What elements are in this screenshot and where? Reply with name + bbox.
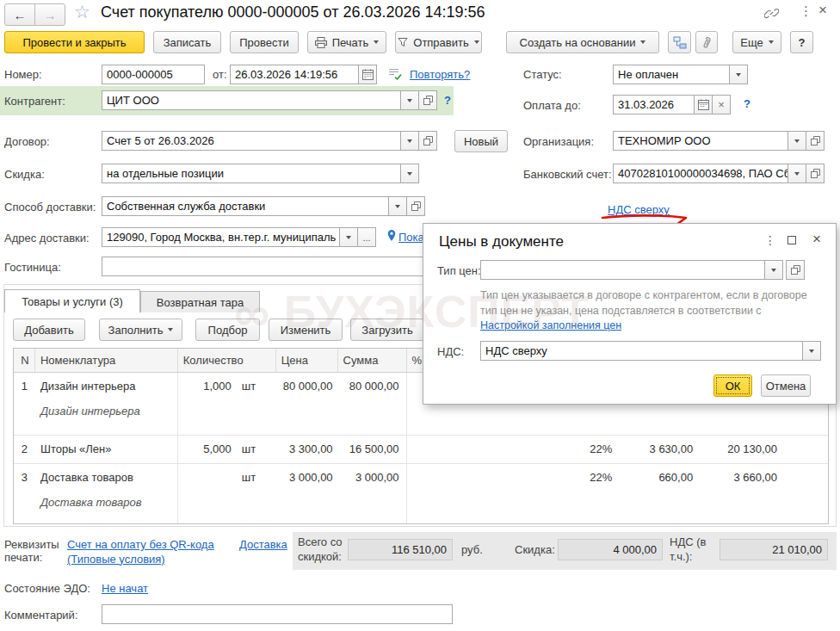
recurrence-icon[interactable] (387, 66, 403, 80)
date-input[interactable]: 26.03.2026 14:19:56 (230, 65, 359, 84)
page-title: Счет покупателю 0000-000005 от 26.03.202… (101, 3, 485, 22)
print-menu-button[interactable]: Печать (307, 31, 386, 53)
date-prefix-label: от: (213, 68, 227, 81)
col-header-price[interactable]: Цена (276, 349, 338, 372)
table-row[interactable]: 3 Доставка товаров Доставка товаров шт 3… (14, 463, 828, 523)
create-based-on-button[interactable]: Создать на основании (506, 31, 659, 53)
bank-account-select[interactable]: 40702810100000034698, ПАО Сб (613, 164, 788, 183)
delivery-address-input[interactable]: 129090, Город Москва, вн.тер.г. муниципа… (102, 227, 340, 247)
hint-line-1: Тип цен указывается в договоре с контраг… (480, 288, 807, 304)
item-vat-pct: 22% (407, 436, 616, 463)
tab-returnable-packaging[interactable]: Возвратная тара (140, 291, 260, 312)
dropdown-caret-icon (640, 40, 645, 44)
load-button[interactable]: Загрузить (350, 319, 424, 341)
delivery-address-dropdown-button[interactable] (339, 227, 358, 247)
item-vat-sum: 3 630,00 (615, 436, 701, 463)
item-vat-pct: 22% (407, 464, 616, 523)
delivery-address-ellipsis-button[interactable]: ... (357, 227, 376, 247)
date-calendar-button[interactable] (358, 65, 377, 84)
table-row[interactable]: 2 Шторы «Лен» 5,000 шт 3 300,00 16 500,0… (14, 435, 828, 463)
window-close-icon[interactable]: × (818, 2, 827, 19)
invoice-window: ← → ☆ Счет покупателю 0000-000005 от 26.… (0, 0, 840, 631)
contractor-open-button[interactable] (418, 90, 437, 110)
item-name: Шторы «Лен» (40, 442, 177, 455)
bank-account-open-button[interactable] (806, 164, 825, 183)
dialog-ok-button[interactable]: ОК (713, 374, 752, 397)
organization-select[interactable]: ТЕХНОМИР ООО (613, 131, 788, 151)
item-unit: шт (242, 380, 256, 435)
number-input[interactable]: 0000-000005 (102, 65, 205, 84)
dialog-maximize-icon[interactable] (788, 236, 796, 244)
attachments-button[interactable] (695, 31, 718, 53)
document-structure-button[interactable] (668, 31, 691, 53)
new-contract-button[interactable]: Новый (454, 130, 508, 152)
edo-state-link[interactable]: Не начат (102, 582, 148, 595)
discount-select[interactable]: на отдельные позиции (102, 164, 401, 183)
more-actions-button[interactable]: Еще (732, 31, 781, 53)
col-header-sum[interactable]: Сумма (338, 349, 407, 372)
col-header-n[interactable]: N (14, 349, 35, 372)
price-type-select[interactable] (480, 260, 765, 280)
discount-total-label: Скидка: (515, 543, 555, 556)
price-type-open-button[interactable] (786, 260, 805, 280)
hotel-input[interactable] (102, 257, 456, 276)
delivery-method-dropdown-button[interactable] (388, 196, 407, 216)
bank-account-dropdown-button[interactable] (788, 164, 806, 183)
contractor-select[interactable]: ЦИТ ООО (102, 90, 401, 110)
col-header-quantity[interactable]: Количество (178, 349, 276, 372)
dialog-cancel-button[interactable]: Отмена (761, 374, 811, 397)
repeat-link[interactable]: Повторять? (410, 68, 470, 81)
pick-button[interactable]: Подбор (195, 319, 260, 341)
total-with-discount-label: Всего со скидкой: (298, 535, 351, 565)
tab-goods-services[interactable]: Товары и услуги (3) (4, 289, 140, 312)
add-row-button[interactable]: Добавить (13, 319, 85, 341)
dialog-close-icon[interactable]: × (812, 231, 821, 248)
delivery-method-select[interactable]: Собственная служба доставки (102, 196, 389, 216)
send-menu-button[interactable]: Отправить (395, 31, 482, 53)
help-button[interactable]: ? (790, 31, 813, 53)
organization-open-button[interactable] (806, 131, 825, 151)
contract-select[interactable]: Счет 5 от 26.03.2026 (102, 131, 401, 151)
pay-until-clear-button[interactable]: × (712, 95, 731, 114)
item-price: 3 300,00 (276, 436, 338, 463)
post-button[interactable]: Провести (230, 31, 299, 53)
back-button[interactable]: ← (4, 3, 35, 26)
total-with-discount-value: 116 510,00 (348, 539, 453, 560)
status-select[interactable]: Не оплачен (613, 65, 730, 84)
comment-input[interactable] (102, 604, 453, 624)
col-header-nomenclature[interactable]: Номенклатура (35, 349, 178, 372)
delivery-link[interactable]: Доставка (239, 538, 287, 551)
contract-open-button[interactable] (418, 131, 437, 151)
pay-until-help-link[interactable]: ? (744, 97, 750, 110)
write-button[interactable]: Записать (153, 31, 221, 53)
discount-dropdown-button[interactable] (400, 164, 419, 183)
contractor-dropdown-button[interactable] (400, 90, 419, 110)
contract-dropdown-button[interactable] (400, 131, 419, 151)
window-menu-icon[interactable]: ⋮ (800, 3, 812, 19)
hint-line-2: тип цен не указан, цена подставляется в … (480, 304, 807, 319)
pay-until-input[interactable]: 31.03.2026 (613, 95, 695, 114)
vat-total-value: 21 010,00 (720, 539, 828, 560)
dialog-vat-select[interactable]: НДС сверху (480, 341, 803, 361)
organization-dropdown-button[interactable] (788, 131, 806, 151)
delivery-method-open-button[interactable] (406, 196, 425, 216)
dialog-vat-dropdown-button[interactable] (802, 341, 821, 361)
forward-button[interactable]: → (34, 3, 65, 26)
change-button[interactable]: Изменить (269, 319, 343, 341)
status-dropdown-button[interactable] (729, 65, 748, 84)
row-number: 2 (14, 436, 35, 463)
post-and-close-button[interactable]: Провести и закрыть (4, 31, 145, 53)
fill-button[interactable]: Заполнить (99, 319, 182, 341)
copy-link-icon[interactable] (764, 6, 779, 21)
dropdown-caret-icon (346, 236, 351, 239)
invoice-template-link[interactable]: Счет на оплату без QR-кода (Типовые усло… (67, 538, 255, 567)
item-total: 20 130,00 (701, 436, 781, 463)
pay-until-calendar-button[interactable] (694, 95, 713, 114)
favorite-star-icon[interactable]: ☆ (74, 2, 90, 22)
number-label: Номер: (4, 68, 42, 81)
dialog-menu-icon[interactable]: ⋮ (764, 233, 776, 247)
show-on-map-link[interactable]: Пока (398, 231, 424, 244)
contractor-help-link[interactable]: ? (444, 94, 451, 107)
price-type-dropdown-button[interactable] (764, 260, 783, 280)
price-fill-settings-link[interactable]: Настройкой заполнения цен (480, 319, 621, 331)
